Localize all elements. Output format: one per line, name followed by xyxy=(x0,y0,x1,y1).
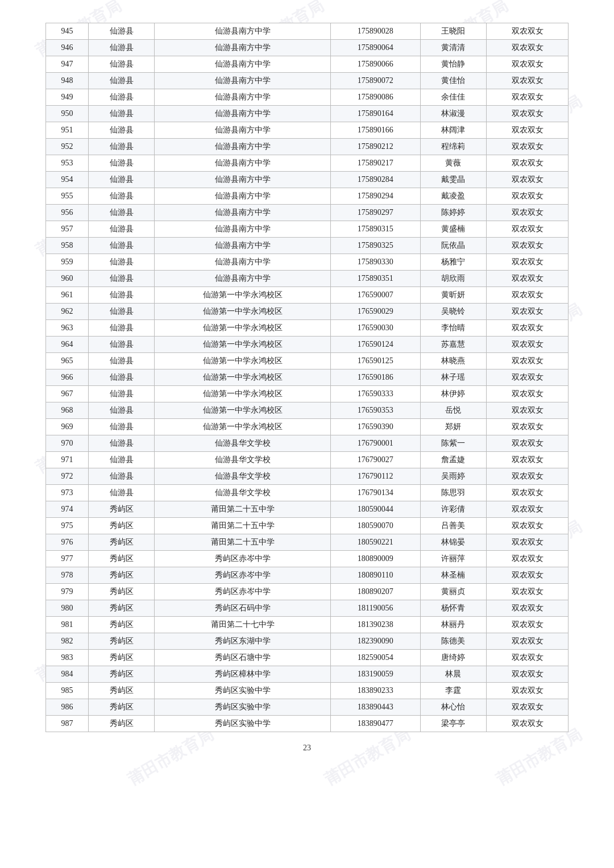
row-name: 陈德美 xyxy=(420,633,486,650)
row-county: 秀屿区 xyxy=(88,666,154,683)
row-school: 仙游县南方中学 xyxy=(155,56,331,73)
row-county: 秀屿区 xyxy=(88,716,154,732)
row-name: 林圣楠 xyxy=(420,567,486,584)
row-no: 954 xyxy=(46,172,89,188)
row-id: 176590186 xyxy=(330,369,420,386)
row-county: 仙游县 xyxy=(88,205,154,221)
row-id: 183190059 xyxy=(330,666,420,683)
row-no: 952 xyxy=(46,139,89,155)
row-id: 181190056 xyxy=(330,600,420,617)
row-school: 仙游县南方中学 xyxy=(155,221,331,238)
row-county: 仙游县 xyxy=(88,254,154,271)
row-school: 秀屿区赤岑中学 xyxy=(155,584,331,600)
row-category: 双农双女 xyxy=(487,172,569,188)
row-id: 180890110 xyxy=(330,567,420,584)
row-school: 仙游县南方中学 xyxy=(155,106,331,122)
row-category: 双农双女 xyxy=(487,304,569,320)
row-county: 仙游县 xyxy=(88,188,154,205)
table-row: 977 秀屿区 秀屿区赤岑中学 180890009 许丽萍 双农双女 xyxy=(46,551,569,567)
row-id: 175890212 xyxy=(330,139,420,155)
row-id: 175890066 xyxy=(330,56,420,73)
row-no: 946 xyxy=(46,40,89,56)
row-school: 仙游县南方中学 xyxy=(155,205,331,221)
row-school: 仙游第一中学永鸿校区 xyxy=(155,419,331,435)
row-name: 陈婷婷 xyxy=(420,205,486,221)
row-no: 968 xyxy=(46,402,89,419)
row-school: 秀屿区赤岑中学 xyxy=(155,551,331,567)
row-category: 双农双女 xyxy=(487,205,569,221)
row-school: 仙游县南方中学 xyxy=(155,254,331,271)
row-name: 程绵莉 xyxy=(420,139,486,155)
table-row: 970 仙游县 仙游县华文学校 176790001 陈紫一 双农双女 xyxy=(46,435,569,452)
row-id: 175890284 xyxy=(330,172,420,188)
row-id: 180590044 xyxy=(330,501,420,518)
row-id: 175890351 xyxy=(330,271,420,287)
row-no: 959 xyxy=(46,254,89,271)
table-row: 986 秀屿区 秀屿区实验中学 183890443 林心怡 双农双女 xyxy=(46,699,569,716)
row-school: 仙游县华文学校 xyxy=(155,435,331,452)
row-id: 183890477 xyxy=(330,716,420,732)
row-no: 960 xyxy=(46,271,89,287)
row-county: 仙游县 xyxy=(88,337,154,353)
row-id: 183890443 xyxy=(330,699,420,716)
row-school: 秀屿区实验中学 xyxy=(155,699,331,716)
row-name: 黄昕妍 xyxy=(420,287,486,304)
row-id: 176790112 xyxy=(330,468,420,485)
row-school: 秀屿区石塘中学 xyxy=(155,650,331,666)
row-name: 唐绮婷 xyxy=(420,650,486,666)
row-id: 175890072 xyxy=(330,73,420,89)
row-name: 黄盛楠 xyxy=(420,221,486,238)
table-row: 956 仙游县 仙游县南方中学 175890297 陈婷婷 双农双女 xyxy=(46,205,569,221)
table-row: 967 仙游县 仙游第一中学永鸿校区 176590333 林伊婷 双农双女 xyxy=(46,386,569,402)
row-category: 双农双女 xyxy=(487,73,569,89)
row-name: 李怡晴 xyxy=(420,320,486,337)
row-no: 964 xyxy=(46,337,89,353)
row-id: 183890233 xyxy=(330,683,420,699)
table-row: 953 仙游县 仙游县南方中学 175890217 黄薇 双农双女 xyxy=(46,155,569,172)
row-school: 仙游县南方中学 xyxy=(155,172,331,188)
row-school: 仙游县南方中学 xyxy=(155,40,331,56)
row-no: 962 xyxy=(46,304,89,320)
row-county: 仙游县 xyxy=(88,353,154,369)
table-row: 946 仙游县 仙游县南方中学 175890064 黄清清 双农双女 xyxy=(46,40,569,56)
row-id: 176590029 xyxy=(330,304,420,320)
row-no: 966 xyxy=(46,369,89,386)
row-category: 双农双女 xyxy=(487,534,569,551)
row-no: 956 xyxy=(46,205,89,221)
table-row: 952 仙游县 仙游县南方中学 175890212 程绵莉 双农双女 xyxy=(46,139,569,155)
row-name: 林淑漫 xyxy=(420,106,486,122)
row-name: 杨雅宁 xyxy=(420,254,486,271)
row-school: 仙游县南方中学 xyxy=(155,139,331,155)
row-name: 吕善美 xyxy=(420,518,486,534)
row-county: 仙游县 xyxy=(88,139,154,155)
row-school: 仙游第一中学永鸿校区 xyxy=(155,320,331,337)
row-no: 951 xyxy=(46,122,89,139)
row-county: 仙游县 xyxy=(88,386,154,402)
row-name: 余佳佳 xyxy=(420,89,486,106)
row-id: 180890207 xyxy=(330,584,420,600)
row-name: 林晨 xyxy=(420,666,486,683)
table-row: 972 仙游县 仙游县华文学校 176790112 吴雨婷 双农双女 xyxy=(46,468,569,485)
row-no: 958 xyxy=(46,238,89,254)
table-row: 983 秀屿区 秀屿区石塘中学 182590054 唐绮婷 双农双女 xyxy=(46,650,569,666)
row-no: 981 xyxy=(46,617,89,633)
row-school: 秀屿区东湖中学 xyxy=(155,633,331,650)
row-county: 仙游县 xyxy=(88,172,154,188)
row-no: 972 xyxy=(46,468,89,485)
row-no: 969 xyxy=(46,419,89,435)
row-category: 双农双女 xyxy=(487,271,569,287)
row-no: 963 xyxy=(46,320,89,337)
row-county: 仙游县 xyxy=(88,155,154,172)
table-row: 964 仙游县 仙游第一中学永鸿校区 176590124 苏嘉慧 双农双女 xyxy=(46,337,569,353)
row-school: 仙游第一中学永鸿校区 xyxy=(155,337,331,353)
row-id: 175890294 xyxy=(330,188,420,205)
table-row: 945 仙游县 仙游县南方中学 175890028 王晓阳 双农双女 xyxy=(46,23,569,40)
row-county: 仙游县 xyxy=(88,320,154,337)
row-county: 秀屿区 xyxy=(88,617,154,633)
row-category: 双农双女 xyxy=(487,633,569,650)
row-county: 秀屿区 xyxy=(88,699,154,716)
table-row: 975 秀屿区 莆田第二十五中学 180590070 吕善美 双农双女 xyxy=(46,518,569,534)
table-row: 949 仙游县 仙游县南方中学 175890086 余佳佳 双农双女 xyxy=(46,89,569,106)
row-category: 双农双女 xyxy=(487,287,569,304)
row-category: 双农双女 xyxy=(487,699,569,716)
